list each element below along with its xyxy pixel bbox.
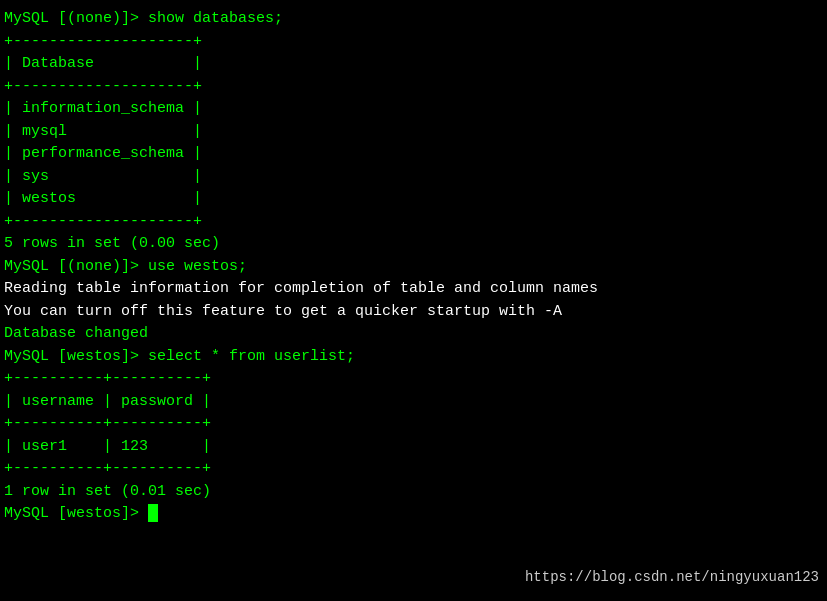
url-label: https://blog.csdn.net/ningyuxuan123: [525, 569, 819, 585]
terminal-line: +----------+----------+: [4, 458, 823, 481]
terminal-line: | user1 | 123 |: [4, 436, 823, 459]
terminal-line: | sys |: [4, 166, 823, 189]
terminal-line: MySQL [westos]> select * from userlist;: [4, 346, 823, 369]
terminal-line: Database changed: [4, 323, 823, 346]
terminal-line: +----------+----------+: [4, 413, 823, 436]
terminal-line: | Database |: [4, 53, 823, 76]
terminal-line: | mysql |: [4, 121, 823, 144]
terminal-line: | information_schema |: [4, 98, 823, 121]
terminal-line: | performance_schema |: [4, 143, 823, 166]
terminal-line: Reading table information for completion…: [4, 278, 823, 301]
terminal-line: +----------+----------+: [4, 368, 823, 391]
terminal-line: | westos |: [4, 188, 823, 211]
terminal-line: 1 row in set (0.01 sec): [4, 481, 823, 504]
terminal: MySQL [(none)]> show databases;+--------…: [4, 8, 823, 593]
terminal-line: MySQL [(none)]> use westos;: [4, 256, 823, 279]
terminal-line: +--------------------+: [4, 31, 823, 54]
terminal-line: You can turn off this feature to get a q…: [4, 301, 823, 324]
cursor: [148, 504, 158, 522]
terminal-line: +--------------------+: [4, 211, 823, 234]
terminal-line: MySQL [westos]>: [4, 503, 823, 526]
terminal-line: 5 rows in set (0.00 sec): [4, 233, 823, 256]
terminal-line: +--------------------+: [4, 76, 823, 99]
terminal-line: | username | password |: [4, 391, 823, 414]
terminal-line: MySQL [(none)]> show databases;: [4, 8, 823, 31]
